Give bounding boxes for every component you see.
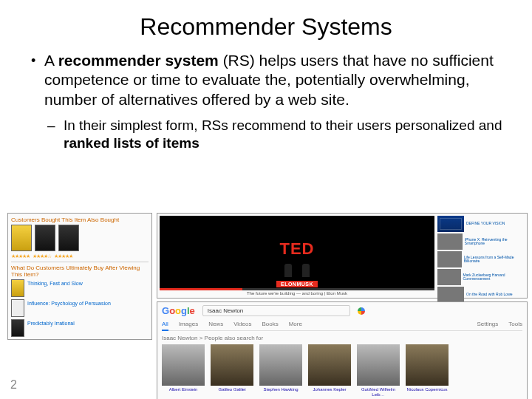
page-number: 2 bbox=[10, 378, 17, 392]
book-thumb-icon bbox=[11, 279, 24, 297]
slide-title: Recommender Systems bbox=[0, 13, 532, 41]
amazon-item-link: Influence: Psychology of Persuasion bbox=[27, 301, 111, 306]
stars-icon: ★★★★★ bbox=[54, 253, 72, 259]
google-person-card: Johannes Kepler bbox=[308, 344, 351, 397]
amazon-header-1: Customers Bought This Item Also Bought bbox=[11, 216, 149, 223]
google-tab: Tools bbox=[508, 321, 522, 327]
video-thumb-icon bbox=[437, 269, 461, 285]
amazon-panel: Customers Bought This Item Also Bought ★… bbox=[7, 213, 152, 340]
google-search-box: Isaac Newton bbox=[202, 305, 350, 316]
google-tab: Images bbox=[179, 321, 198, 327]
bullet-level-2: – In their simplest form, RSs recommend … bbox=[47, 117, 514, 152]
google-person-card: Albert Einstein bbox=[162, 344, 205, 397]
book-thumb-icon bbox=[11, 319, 24, 337]
google-person-card: Gottfried Wilhelm Leib… bbox=[357, 344, 400, 397]
ted-logo: TED bbox=[280, 239, 315, 259]
ted-sidebar-item: iPhone X: Reinventing the Smartphone bbox=[437, 233, 525, 250]
google-tab: Settings bbox=[477, 321, 498, 327]
ted-sidebar: DEFINE YOUR VISION iPhone X: Reinventing… bbox=[437, 216, 525, 296]
google-tab: Books bbox=[262, 321, 278, 327]
video-thumb-icon bbox=[437, 287, 464, 303]
video-thumb-icon bbox=[437, 216, 464, 232]
google-tab: News bbox=[208, 321, 223, 327]
ted-panel: TED ELONMUSK The future we're building —… bbox=[157, 213, 528, 299]
examples-collage: Customers Bought This Item Also Bought ★… bbox=[7, 213, 528, 399]
google-people-row: Albert Einstein Galileo Galilei Stephen … bbox=[162, 344, 522, 397]
ted-sidebar-item: Mark Zuckerberg Harvard Commencement bbox=[437, 269, 525, 285]
google-panel: Google Isaac Newton All Images News Vide… bbox=[157, 301, 528, 399]
google-tab: More bbox=[289, 321, 302, 327]
google-subheader: Isaac Newton > People also search for bbox=[162, 335, 522, 341]
bullet-dash-icon: – bbox=[47, 117, 64, 152]
amazon-item-link: Predictably Irrational bbox=[27, 321, 75, 326]
ted-video-player: TED ELONMUSK bbox=[160, 216, 434, 290]
google-tab: Videos bbox=[233, 321, 251, 327]
ted-sidebar-item: On the Road with Rob Lowe bbox=[437, 287, 525, 303]
video-thumb-icon bbox=[437, 251, 462, 267]
book-thumb-icon bbox=[11, 225, 32, 251]
subbullet-pre: In their simplest form, RSs recommend to… bbox=[64, 117, 502, 133]
stars-icon: ★★★★☆ bbox=[33, 253, 51, 259]
ted-sidebar-item: DEFINE YOUR VISION bbox=[437, 216, 525, 232]
stars-icon: ★★★★★ bbox=[11, 253, 30, 259]
book-thumb-icon bbox=[35, 225, 55, 251]
person-photo-icon bbox=[406, 344, 449, 386]
google-tabs: All Images News Videos Books More Settin… bbox=[162, 319, 522, 331]
person-photo-icon bbox=[308, 344, 351, 386]
google-person-card: Galileo Galilei bbox=[211, 344, 253, 397]
ted-caption: The future we're building — and boring |… bbox=[160, 291, 434, 296]
bullet-dot-icon: • bbox=[31, 51, 44, 109]
video-thumb-icon bbox=[437, 233, 463, 250]
person-photo-icon bbox=[357, 344, 400, 386]
person-photo-icon bbox=[211, 344, 253, 386]
video-progress-bar bbox=[160, 288, 434, 290]
ted-speaker-tag: ELONMUSK bbox=[276, 281, 318, 287]
google-person-card: Stephen Hawking bbox=[259, 344, 302, 397]
mic-icon bbox=[358, 307, 365, 315]
google-person-card: Nicolaus Copernicus bbox=[406, 344, 449, 397]
subbullet-bold: ranked lists of items bbox=[64, 135, 200, 151]
amazon-header-2: What Do Customers Ultimately Buy After V… bbox=[11, 265, 149, 278]
bullet-level-1: • A recommender system (RS) helps users … bbox=[31, 51, 514, 109]
person-silhouette-icon bbox=[284, 264, 292, 277]
book-thumb-icon bbox=[58, 225, 79, 251]
ted-sidebar-item: Life Lessons from a Self-Made Billionair… bbox=[437, 251, 525, 267]
book-thumb-icon bbox=[11, 299, 24, 317]
term-bold: recommender system bbox=[58, 52, 219, 69]
google-tab: All bbox=[162, 321, 168, 331]
google-logo: Google bbox=[162, 305, 195, 316]
person-silhouette-icon bbox=[302, 264, 310, 277]
amazon-item-link: Thinking, Fast and Slow bbox=[27, 281, 83, 286]
person-photo-icon bbox=[259, 344, 302, 386]
person-photo-icon bbox=[162, 344, 205, 386]
